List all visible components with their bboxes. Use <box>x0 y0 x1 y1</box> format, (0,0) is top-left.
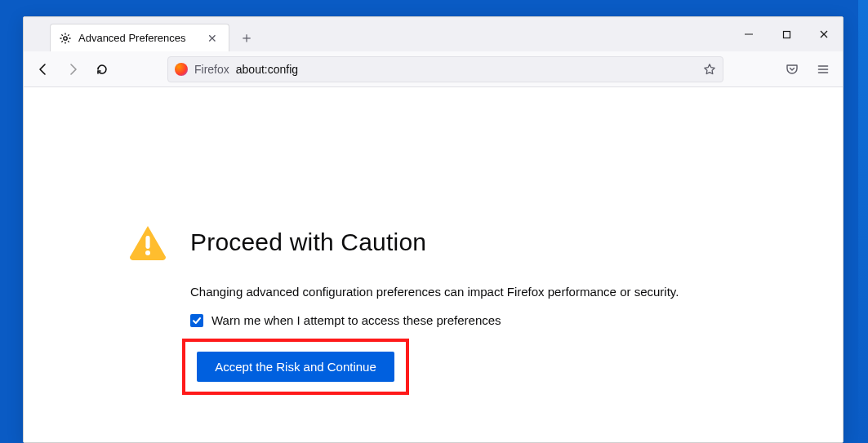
identity-label: Firefox <box>194 63 229 76</box>
caution-panel: Proceed with Caution Changing advanced c… <box>128 224 732 395</box>
tab-title: Advanced Preferences <box>78 32 186 44</box>
page-heading: Proceed with Caution <box>190 228 426 256</box>
minimize-button[interactable] <box>730 21 768 47</box>
warn-checkbox[interactable] <box>190 314 203 327</box>
warning-icon <box>128 224 167 260</box>
app-menu-button[interactable] <box>810 56 836 82</box>
page-content: Proceed with Caution Changing advanced c… <box>24 87 843 442</box>
tab-close-icon[interactable]: ✕ <box>204 30 220 47</box>
gear-icon <box>59 32 72 45</box>
svg-rect-2 <box>783 31 790 38</box>
tab-advanced-preferences[interactable]: Advanced Preferences ✕ <box>50 24 229 51</box>
browser-window: Advanced Preferences ✕ ＋ Fire <box>23 16 844 443</box>
svg-rect-8 <box>145 236 149 249</box>
svg-point-0 <box>64 36 67 39</box>
titlebar: Advanced Preferences ✕ ＋ <box>24 17 843 51</box>
back-button[interactable] <box>30 56 56 82</box>
address-bar[interactable]: Firefox about:config <box>167 56 723 82</box>
maximize-button[interactable] <box>768 21 805 47</box>
save-to-pocket-icon[interactable] <box>779 56 805 82</box>
accept-risk-button[interactable]: Accept the Risk and Continue <box>197 352 394 382</box>
accept-highlight: Accept the Risk and Continue <box>182 339 409 395</box>
warning-body: Changing advanced configuration preferen… <box>190 285 732 299</box>
svg-point-9 <box>145 250 150 255</box>
reload-button[interactable] <box>89 56 115 82</box>
url-text: about:config <box>236 63 298 76</box>
firefox-icon <box>175 63 188 76</box>
new-tab-button[interactable]: ＋ <box>234 25 259 50</box>
close-window-button[interactable] <box>805 21 843 47</box>
window-controls <box>730 17 843 51</box>
forward-button[interactable] <box>60 56 86 82</box>
toolbar: Firefox about:config <box>24 51 843 87</box>
bookmark-star-icon[interactable] <box>703 63 716 76</box>
warn-checkbox-label: Warn me when I attempt to access these p… <box>211 313 501 327</box>
